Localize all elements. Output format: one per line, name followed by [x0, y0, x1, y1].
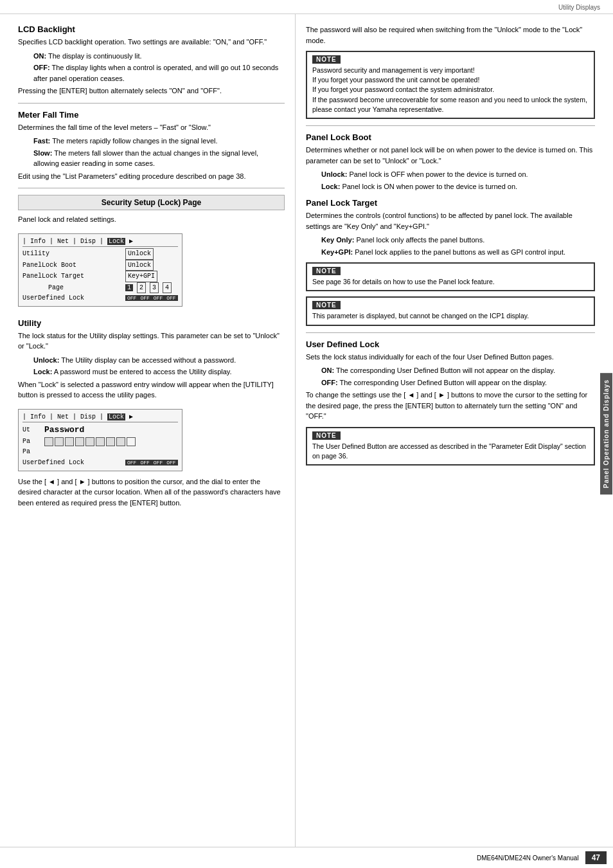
screen-row-panellock-target: PanelLock Target Key+GPI: [22, 271, 178, 282]
note1-text: Password security and management is very…: [312, 66, 589, 114]
security-screen: | Info | Net | Disp | Lock ▶ Utility Unl…: [18, 233, 182, 307]
right-column: The password will also be required when …: [296, 14, 613, 847]
right-intro: The password will also be required when …: [306, 24, 595, 46]
panel-lock-target-options: Key Only: Panel lock only affects the pa…: [321, 235, 595, 257]
udl-para1: To change the settings use the [ ◄ ] and…: [306, 390, 595, 422]
screen-row-userdefined: UserDefined Lock OFFOFFOFFOFF: [22, 293, 178, 303]
utility-lock: Lock: A password must be entered to acce…: [33, 366, 285, 377]
screen-row-utility: Utility Unlock: [22, 248, 178, 260]
user-defined-lock-intro: Sets the lock status individually for ea…: [306, 352, 595, 363]
note-box-1: NOTE Password security and management is…: [306, 51, 595, 119]
note3-text: This parameter is displayed, but cannot …: [312, 311, 589, 321]
panel-lock-boot-intro: Determines whether or not panel lock wil…: [306, 145, 595, 166]
udl-off: OFF: The corresponding User Defined Butt…: [321, 377, 595, 388]
lcd-backlight-intro: Specifies LCD backlight operation. Two s…: [18, 37, 285, 48]
page-header: Utility Displays: [0, 0, 613, 14]
udl-on-label: ON:: [321, 366, 334, 374]
utility-options: Unlock: The Utility display can be acces…: [33, 355, 285, 377]
note2-text: See page 36 for details on how to use th…: [312, 277, 589, 287]
udl-on: ON: The corresponding User Defined Butto…: [321, 365, 595, 376]
plt-key-gpi: Key+GPI: Panel lock applies to the panel…: [321, 247, 595, 258]
pwd-row2: Pa: [22, 437, 178, 447]
meter-slow-text: Slow: The meters fall slower than the ac…: [33, 148, 285, 169]
meter-fast-label: Fast:: [33, 137, 50, 145]
utility-intro: The lock status for the Utility display …: [18, 330, 285, 352]
screen-tab-bar: | Info | Net | Disp | Lock ▶: [22, 237, 178, 248]
page: Utility Displays LCD Backlight Specifies…: [0, 0, 613, 868]
pwd-tab-bar: | Info | Net | Disp | Lock ▶: [22, 412, 178, 423]
panel-lock-boot-options: Unlock: Panel lock is OFF when power to …: [321, 169, 595, 192]
header-title: Utility Displays: [558, 4, 600, 11]
side-label-wrapper: Panel Operation and Displays: [599, 0, 613, 868]
note4-label: NOTE: [312, 431, 589, 442]
utility-para1: When "Lock" is selected a password entry…: [18, 379, 285, 401]
plt-key-gpi-label: Key+GPI:: [321, 248, 353, 256]
panel-lock-target-intro: Determines the controls (control functio…: [306, 210, 595, 231]
pwd-row4: UserDefined Lock OFFOFFOFFOFF: [22, 458, 178, 468]
note4-text: The User Defined Button are accessed as …: [312, 442, 589, 461]
plb-lock-label: Lock:: [321, 183, 340, 190]
plb-lock: Lock: Panel lock is ON when power to the…: [321, 181, 595, 192]
lcd-on-text: ON: The display is continuously lit.: [33, 51, 285, 62]
security-setup-title: Security Setup (Lock) Page: [18, 195, 285, 210]
left-column: LCD Backlight Specifies LCD backlight op…: [0, 14, 296, 847]
plt-key-only-label: Key Only:: [321, 236, 354, 244]
user-defined-lock-title: User Defined Lock: [306, 339, 595, 349]
panel-lock-boot-title: Panel Lock Boot: [306, 132, 595, 142]
note1-label: NOTE: [312, 55, 589, 66]
main-content: LCD Backlight Specifies LCD backlight op…: [0, 14, 613, 847]
password-screen: | Info | Net | Disp | Lock ▶ Ut Password…: [18, 409, 182, 471]
lcd-off-text: OFF: The display lights when a control i…: [33, 62, 285, 84]
utility-unlock: Unlock: The Utility display can be acces…: [33, 355, 285, 366]
pwd-row3: Pa: [22, 447, 178, 457]
note-box-3: NOTE This parameter is displayed, but ca…: [306, 296, 595, 325]
utility-para2: Use the [ ◄ ] and [ ► ] buttons to posit…: [18, 476, 285, 509]
page-footer: DME64N/DME24N Owner's Manual 47: [0, 847, 613, 868]
screen-row-page: Page 1 2 3 4: [22, 282, 178, 294]
lcd-on-label: ON:: [33, 52, 46, 60]
lcd-off-label: OFF:: [33, 64, 50, 71]
utility-title: Utility: [18, 318, 285, 328]
meter-slow-label: Slow:: [33, 149, 52, 157]
note-box-4: NOTE The User Defined Button are accesse…: [306, 427, 595, 466]
note-box-2: NOTE See page 36 for details on how to u…: [306, 262, 595, 291]
side-label: Panel Operation and Displays: [600, 373, 612, 494]
meter-fall-intro: Determines the fall time of the level me…: [18, 122, 285, 133]
utility-lock-label: Lock:: [33, 368, 52, 375]
plb-unlock: Unlock: Panel lock is OFF when power to …: [321, 169, 595, 180]
pwd-row1: Ut Password: [22, 424, 178, 437]
screen-row-panellock-boot: PanelLock Boot Unlock: [22, 260, 178, 271]
meter-fall-title: Meter Fall Time: [18, 110, 285, 120]
plb-unlock-label: Unlock:: [321, 170, 347, 178]
plt-key-only: Key Only: Panel lock only affects the pa…: [321, 235, 595, 246]
panel-lock-target-title: Panel Lock Target: [306, 198, 595, 208]
meter-fall-options: Fast: The meters rapidly follow changes …: [33, 136, 285, 169]
user-defined-options: ON: The corresponding User Defined Butto…: [321, 365, 595, 388]
meter-fall-footer: Edit using the "List Parameters" editing…: [18, 171, 285, 182]
note2-label: NOTE: [312, 267, 589, 277]
lcd-footer: Pressing the [ENTER] button alternately …: [18, 86, 285, 96]
utility-unlock-label: Unlock:: [33, 356, 59, 364]
meter-fast-text: Fast: The meters rapidly follow changes …: [33, 136, 285, 147]
lcd-backlight-title: LCD Backlight: [18, 24, 285, 34]
udl-off-label: OFF:: [321, 379, 338, 386]
lcd-backlight-on: ON: The display is continuously lit. OFF…: [33, 51, 285, 84]
manual-name: DME64N/DME24N Owner's Manual: [477, 854, 579, 862]
note3-label: NOTE: [312, 301, 589, 311]
security-setup-intro: Panel lock and related settings.: [18, 214, 285, 225]
